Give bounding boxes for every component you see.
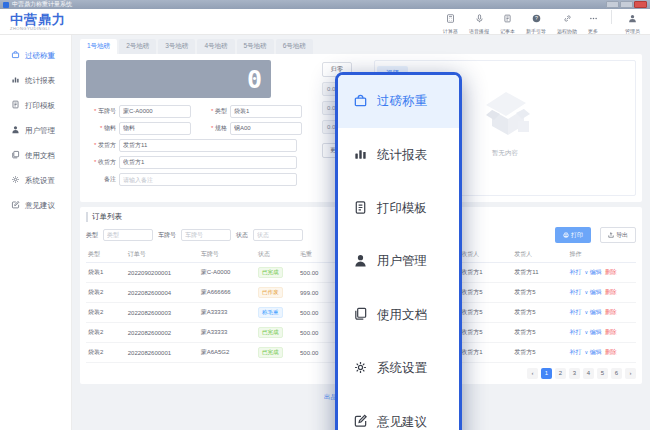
- tab-scale-6[interactable]: 6号地磅: [276, 39, 313, 54]
- window-minimize-button[interactable]: [606, 1, 619, 8]
- remark-input[interactable]: [119, 173, 297, 186]
- cell-plate: 蒙A6A5G2: [199, 343, 256, 363]
- plate-input[interactable]: [119, 105, 191, 118]
- reprint-link[interactable]: 补打: [569, 349, 581, 355]
- menu-item-users[interactable]: 用户管理: [338, 235, 459, 288]
- page-prev-button[interactable]: ‹: [527, 368, 538, 379]
- reprint-link[interactable]: 补打: [569, 329, 581, 335]
- delete-link[interactable]: 删除: [605, 309, 617, 315]
- scale-tabs: 1号地磅 2号地磅 3号地磅 4号地磅 5号地磅 6号地磅: [80, 39, 642, 54]
- page-button-6[interactable]: 6: [611, 368, 622, 379]
- sidebar-item-label: 打印模板: [25, 101, 55, 111]
- brand-subtitle: ZHONGYUDINGLI: [10, 27, 66, 31]
- material-input[interactable]: [119, 122, 191, 135]
- sidebar-item-reports[interactable]: 统计报表: [0, 68, 71, 93]
- col-actions: 操作: [567, 247, 636, 263]
- receiver-input[interactable]: [119, 156, 297, 169]
- cell-gross: 500.00: [298, 263, 338, 283]
- cell-order-no: 2022082600003: [126, 303, 199, 323]
- material-label: 物料: [86, 124, 119, 133]
- col-gross: 毛重: [298, 247, 338, 263]
- sidebar-item-docs[interactable]: 使用文档: [0, 143, 71, 168]
- user-icon: [11, 125, 20, 136]
- filter-status-input[interactable]: [253, 229, 303, 241]
- window-titlebar: 中营鼎力称重计量系统: [0, 0, 650, 9]
- delete-link[interactable]: 删除: [605, 269, 617, 275]
- notepad-icon: [503, 9, 512, 27]
- sidebar-item-settings[interactable]: 系统设置: [0, 168, 71, 193]
- tab-scale-2[interactable]: 2号地磅: [119, 39, 156, 54]
- menu-item-feedback[interactable]: 意见建议: [338, 396, 459, 430]
- filter-type-label: 类型: [86, 231, 98, 240]
- delete-link[interactable]: 删除: [605, 329, 617, 335]
- beginner-guide-button[interactable]: ? 新手引导: [526, 9, 546, 34]
- reprint-link[interactable]: 补打: [569, 269, 581, 275]
- cell-receiver: 收货方5: [459, 283, 512, 303]
- filter-type-input[interactable]: [103, 229, 153, 241]
- menu-item-print-template[interactable]: 打印模板: [338, 182, 459, 235]
- spec-input[interactable]: [230, 122, 302, 135]
- status-badge: 已作废: [258, 287, 283, 298]
- print-button[interactable]: 打印: [555, 227, 591, 243]
- cell-gross: 500.00: [298, 323, 338, 343]
- window-close-button[interactable]: [634, 1, 647, 8]
- col-receiver: 收货人: [459, 247, 512, 263]
- delete-link[interactable]: 删除: [605, 289, 617, 295]
- window-maximize-button[interactable]: [620, 1, 633, 8]
- edit-link[interactable]: 编辑: [590, 309, 602, 315]
- template-icon: [353, 200, 368, 218]
- type-input[interactable]: [230, 105, 302, 118]
- page-next-button[interactable]: ›: [625, 368, 636, 379]
- cell-plate: 蒙C-A0000: [199, 263, 256, 283]
- remote-assist-label: 远程协助: [557, 28, 577, 34]
- brand-logo: 中营鼎力 ZHONGYUDINGLI: [10, 13, 66, 31]
- cell-type: 袋装2: [86, 323, 126, 343]
- col-plate: 车牌号: [199, 247, 256, 263]
- remark-label: 备注: [86, 175, 119, 184]
- more-button[interactable]: 更多: [588, 9, 598, 34]
- voice-broadcast-button[interactable]: 语音播报: [469, 9, 489, 34]
- calculator-button[interactable]: 计算器: [443, 9, 458, 34]
- sender-input[interactable]: [119, 139, 297, 152]
- tab-scale-4[interactable]: 4号地磅: [197, 39, 234, 54]
- tab-scale-1[interactable]: 1号地磅: [80, 39, 117, 54]
- page-button-3[interactable]: 3: [569, 368, 580, 379]
- menu-item-weighing[interactable]: 过磅称重: [338, 75, 459, 128]
- filter-plate-label: 车牌号: [158, 231, 176, 240]
- page-button-4[interactable]: 4: [583, 368, 594, 379]
- sender-label: 发货方: [86, 141, 119, 150]
- app-header: 中营鼎力 ZHONGYUDINGLI 计算器 语音播报 记事本 ? 新手引导 远…: [0, 9, 650, 35]
- delete-link[interactable]: 删除: [605, 349, 617, 355]
- export-icon: [608, 232, 614, 239]
- printer-icon: [563, 232, 569, 239]
- notepad-button[interactable]: 记事本: [500, 9, 515, 34]
- sidebar-item-weighing[interactable]: 过磅称重: [0, 43, 71, 68]
- edit-link[interactable]: 编辑: [590, 329, 602, 335]
- page-button-1[interactable]: 1: [541, 368, 552, 379]
- tab-scale-3[interactable]: 3号地磅: [158, 39, 195, 54]
- edit-link[interactable]: 编辑: [590, 349, 602, 355]
- cell-sender: 发货方11: [512, 263, 567, 283]
- link-icon: [563, 9, 572, 27]
- admin-user-button[interactable]: 管理员: [625, 9, 640, 34]
- page-button-2[interactable]: 2: [555, 368, 566, 379]
- remote-assist-button[interactable]: 远程协助: [557, 9, 577, 34]
- menu-item-reports[interactable]: 统计报表: [338, 128, 459, 181]
- export-button[interactable]: 导出: [600, 227, 636, 243]
- edit-link[interactable]: 编辑: [590, 289, 602, 295]
- menu-item-settings[interactable]: 系统设置: [338, 342, 459, 395]
- sidebar-item-users[interactable]: 用户管理: [0, 118, 71, 143]
- tab-scale-5[interactable]: 5号地磅: [237, 39, 274, 54]
- filter-plate-input[interactable]: [181, 229, 231, 241]
- menu-item-docs[interactable]: 使用文档: [338, 289, 459, 342]
- reprint-link[interactable]: 补打: [569, 289, 581, 295]
- sidebar-item-feedback[interactable]: 意见建议: [0, 193, 71, 218]
- sidebar-item-label: 系统设置: [25, 176, 55, 186]
- reprint-link[interactable]: 补打: [569, 309, 581, 315]
- edit-link[interactable]: 编辑: [590, 269, 602, 275]
- cell-gross: 500.00: [298, 343, 338, 363]
- page-button-5[interactable]: 5: [597, 368, 608, 379]
- cell-order-no: 2022082600001: [126, 343, 199, 363]
- sidebar-item-print-template[interactable]: 打印模板: [0, 93, 71, 118]
- docs-icon: [353, 306, 368, 324]
